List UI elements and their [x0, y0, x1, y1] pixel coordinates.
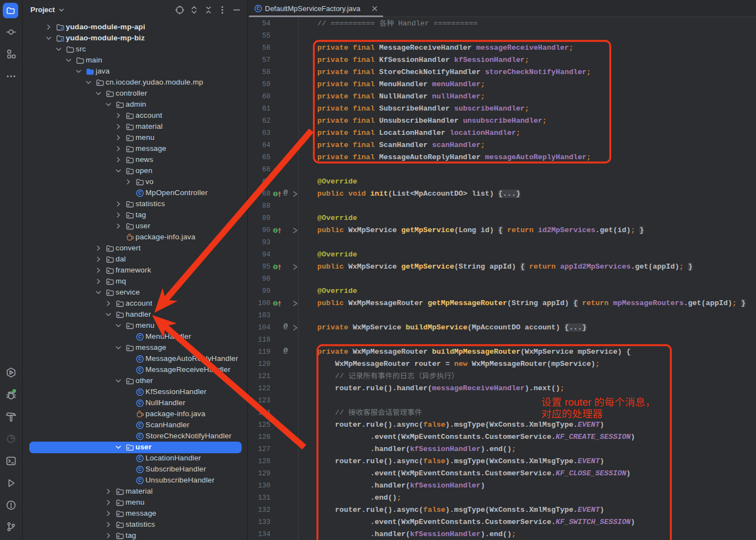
svg-text:router: router: [565, 397, 591, 407]
